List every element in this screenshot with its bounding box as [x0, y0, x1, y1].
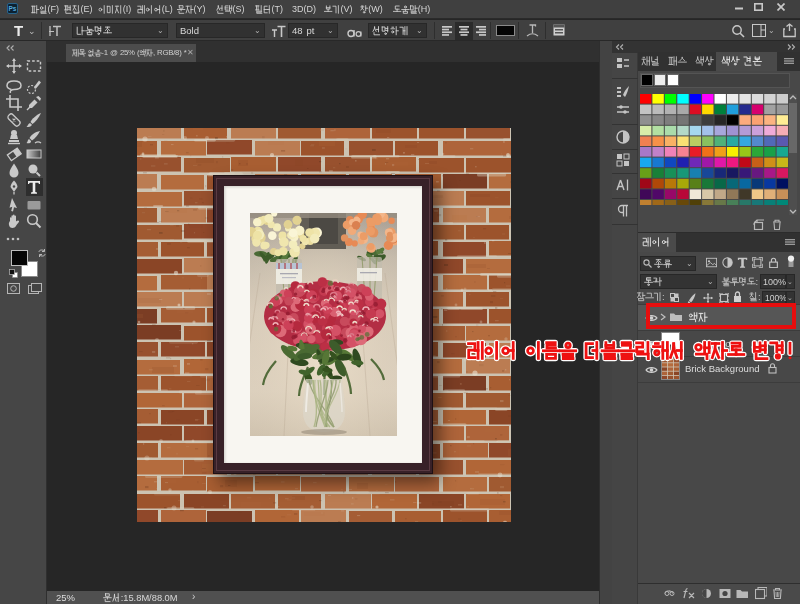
svg-text:8: 8	[297, 25, 302, 36]
svg-text:): )	[203, 4, 206, 14]
svg-text::: :	[755, 276, 758, 287]
svg-text:t: t	[312, 25, 315, 36]
svg-text:(: (	[137, 48, 140, 57]
svg-text:): )	[313, 4, 316, 14]
svg-text:M: M	[170, 593, 178, 603]
svg-text:): )	[242, 4, 245, 14]
svg-text:): )	[179, 48, 182, 57]
svg-text:%: %	[128, 48, 135, 57]
svg-text:M: M	[141, 593, 149, 603]
svg-text::: :	[662, 291, 665, 302]
svg-text::: :	[758, 291, 761, 302]
svg-text:): )	[128, 4, 131, 14]
svg-text:1: 1	[104, 48, 108, 57]
svg-text:): )	[56, 4, 59, 14]
svg-text:): )	[170, 4, 173, 14]
svg-text:,: ,	[153, 48, 155, 57]
svg-text:): )	[280, 4, 283, 14]
svg-text:): )	[350, 4, 353, 14]
svg-text:): )	[427, 4, 430, 14]
svg-text:d: d	[194, 25, 199, 36]
svg-text:): )	[90, 4, 93, 14]
svg-text:@: @	[110, 48, 118, 57]
svg-text:): )	[380, 4, 383, 14]
